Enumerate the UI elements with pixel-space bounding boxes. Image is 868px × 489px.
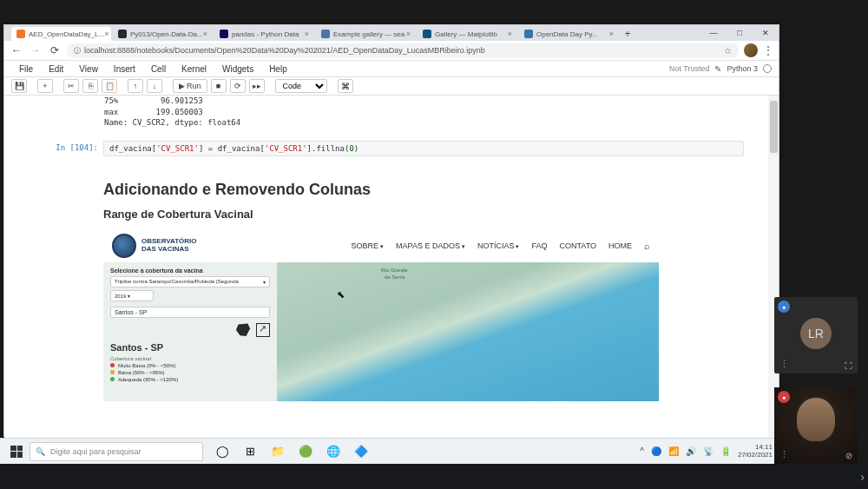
restart-button[interactable]: ⟳ [230, 79, 246, 93]
taskbar-clock[interactable]: 14:11 27/02/2021 [738, 444, 773, 459]
browser-tab[interactable]: Gallery — Matplotlib × [418, 27, 517, 41]
menu-kernel[interactable]: Kernel [174, 64, 214, 74]
tab-strip: AED_OpenDataDay_L... × Py013/Open-Data-D… [4, 25, 779, 41]
cell-prompt: In [104]: [48, 141, 103, 156]
menu-view[interactable]: View [71, 64, 106, 74]
browser-tab[interactable]: OpenData Day Py... × [519, 27, 619, 41]
map-city-label: da Serra [385, 274, 404, 280]
tab-close-icon[interactable]: × [609, 30, 614, 38]
new-tab-button[interactable]: + [621, 27, 635, 41]
cell-type-select[interactable]: Code [275, 79, 327, 93]
bookmark-star-icon[interactable]: ☆ [724, 46, 732, 56]
cut-button[interactable]: ✂ [63, 79, 79, 93]
notebook-area[interactable]: 75% 96.901253 max 199.050003 Name: CV_SC… [4, 96, 779, 455]
move-up-button[interactable]: ↑ [128, 79, 143, 93]
menu-widgets[interactable]: Widgets [214, 64, 261, 74]
copy-button[interactable]: ⎘ [82, 79, 98, 93]
tab-title: Example gallery — sea [333, 30, 404, 38]
map-canvas[interactable]: Rio Grande da Serra [277, 262, 659, 401]
logo-icon [112, 234, 136, 258]
scrollbar-thumb[interactable] [770, 101, 778, 153]
vaccine-dropdown[interactable]: Tríplice contra Sarampo/Caxumba/Rubéola … [110, 276, 270, 287]
command-palette-button[interactable]: ⌘ [338, 79, 353, 93]
chrome-menu-icon[interactable]: ⋮ [763, 44, 773, 56]
forward-button[interactable]: → [29, 43, 43, 57]
menu-help[interactable]: Help [261, 64, 295, 74]
tab-close-icon[interactable]: × [104, 30, 108, 38]
brazil-map-icon[interactable] [235, 323, 251, 337]
mic-muted-icon[interactable]: ⊘ [845, 451, 852, 460]
menu-cell[interactable]: Cell [143, 64, 174, 74]
chevron-right-icon[interactable]: › [860, 470, 865, 484]
tile-expand-icon[interactable]: ⛶ [845, 361, 852, 370]
nav-sobre[interactable]: SOBRE▾ [352, 241, 385, 250]
menu-insert[interactable]: Insert [106, 64, 143, 74]
save-button[interactable]: 💾 [11, 79, 27, 93]
tab-close-icon[interactable]: × [203, 30, 207, 38]
markdown-subheading: Range de Cobertura Vacinal [103, 208, 744, 221]
search-icon[interactable]: ⌕ [644, 241, 650, 251]
add-cell-button[interactable]: + [37, 79, 53, 93]
move-down-button[interactable]: ↓ [147, 79, 162, 93]
menu-edit[interactable]: Edit [41, 64, 71, 74]
network-icon[interactable]: 📡 [703, 446, 713, 456]
tile-menu-icon[interactable]: ⋮ [779, 359, 789, 370]
task-view-icon[interactable]: ⊞ [241, 443, 259, 460]
nav-mapas[interactable]: MAPAS E DADOS▾ [396, 241, 465, 250]
legend-item: Baixa (50% - <95%) [110, 370, 270, 375]
tile-menu-icon[interactable]: ⋮ [779, 449, 789, 460]
tray-app-icon[interactable]: 🔵 [651, 446, 661, 456]
tab-close-icon[interactable]: × [508, 30, 512, 38]
close-window-button[interactable]: ✕ [753, 25, 779, 41]
chevron-down-icon: ▾ [462, 243, 465, 249]
explorer-icon[interactable]: 📁 [269, 443, 286, 460]
expand-icon[interactable] [256, 323, 270, 337]
search-placeholder: Digite aqui para pesquisar [50, 447, 141, 456]
code-cell[interactable]: In [104]: df_vacina['CV_SCR1'] = df_vaci… [48, 141, 744, 156]
minimize-button[interactable]: — [700, 25, 727, 41]
chevron-down-icon: ▾ [380, 243, 384, 249]
taskbar-search-input[interactable]: 🔍 Digite aqui para pesquisar [30, 442, 203, 461]
year-dropdown[interactable]: 2019 ▾ [110, 290, 154, 301]
reload-button[interactable]: ⟳ [48, 43, 62, 57]
nav-faq[interactable]: FAQ [531, 241, 547, 250]
edit-icon[interactable]: ✎ [714, 64, 721, 74]
app-icon[interactable]: 🟢 [297, 443, 314, 460]
site-info-icon[interactable]: ⓘ [74, 46, 81, 56]
legend-dot-icon [110, 370, 115, 374]
nav-home[interactable]: HOME [608, 241, 632, 250]
url-input[interactable]: ⓘ localhost:8888/notebooks/Documents/Ope… [67, 43, 739, 58]
run-button[interactable]: ▶ Run [173, 79, 207, 93]
kernel-name[interactable]: Python 3 [727, 64, 758, 73]
cortana-icon[interactable]: ◯ [214, 443, 231, 460]
sidebar-title: Selecione a cobertura da vacina [110, 268, 270, 274]
legend-item: Adequada (95% - <120%) [110, 377, 270, 382]
app-icon-2[interactable]: 🔷 [352, 443, 370, 460]
tab-close-icon[interactable]: × [305, 30, 309, 38]
video-participant-tile[interactable]: ● ⋮ ⊘ [774, 387, 858, 464]
maximize-button[interactable]: □ [727, 25, 753, 41]
nav-contato[interactable]: CONTATO [560, 241, 597, 250]
browser-tab[interactable]: Example gallery — sea × [316, 27, 416, 41]
start-button[interactable] [3, 440, 30, 463]
nav-noticias[interactable]: NOTÍCIAS▾ [477, 241, 520, 250]
paste-button[interactable]: 📋 [102, 79, 117, 93]
profile-avatar[interactable] [744, 43, 758, 57]
wifi-icon[interactable]: 📶 [668, 446, 679, 456]
volume-icon[interactable]: 🔊 [686, 446, 696, 456]
video-participant-tile[interactable]: ● LR ⋮ ⛶ [774, 297, 858, 373]
code-input[interactable]: df_vacina['CV_SCR1'] = df_vacina['CV_SCR… [103, 141, 744, 156]
menu-file[interactable]: File [11, 64, 41, 74]
browser-tab-active[interactable]: AED_OpenDataDay_L... × [11, 27, 111, 41]
city-search-input[interactable]: Santos - SP [110, 307, 270, 318]
browser-tab[interactable]: pandas - Python Data × [214, 27, 314, 41]
back-button[interactable]: ← [10, 43, 23, 57]
stop-button[interactable]: ■ [211, 79, 227, 93]
browser-tab[interactable]: Py013/Open-Data-Da... × [113, 27, 213, 41]
tab-close-icon[interactable]: × [406, 30, 411, 38]
trust-status[interactable]: Not Trusted [669, 64, 710, 73]
tray-overflow-icon[interactable]: ^ [640, 446, 644, 456]
run-all-button[interactable]: ▸▸ [249, 79, 265, 93]
battery-icon[interactable]: 🔋 [720, 446, 731, 456]
chrome-icon[interactable]: 🌐 [325, 443, 342, 460]
